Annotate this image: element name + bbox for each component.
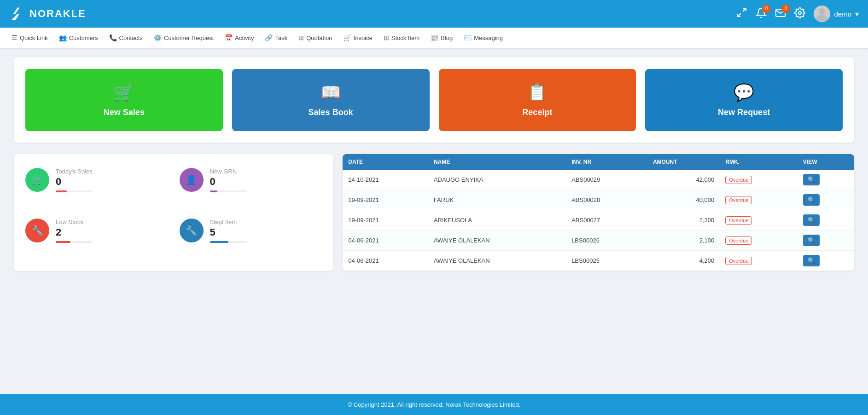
cell-amount-3: 2,100 bbox=[647, 231, 720, 251]
nav-label-invoice: Invoice bbox=[354, 35, 373, 41]
stat-label-new-grn: New GRN bbox=[210, 168, 322, 175]
nav-icon-quick-link: ☰ bbox=[12, 34, 17, 41]
cell-view-0[interactable]: 🔍 bbox=[798, 170, 854, 190]
nav-icon-customers: 👥 bbox=[59, 34, 67, 41]
overdue-badge-3: Overdue bbox=[725, 236, 752, 245]
table-row: 19-09-2021 FARUK ABS00028 40,000 Overdue… bbox=[343, 190, 854, 210]
nav-label-customers: Customers bbox=[69, 35, 98, 41]
nav-label-messaging: Messaging bbox=[474, 35, 503, 41]
stat-info-low-stock: Low Stock 2 bbox=[56, 219, 168, 243]
table-col-view: VIEW bbox=[798, 154, 854, 170]
nav-icon-activity: 📅 bbox=[225, 34, 233, 41]
cell-remark-1: Overdue bbox=[720, 190, 798, 210]
footer-text: © Copyright 2021. All right reserved. No… bbox=[348, 401, 521, 408]
stat-value-low-stock: 2 bbox=[56, 226, 168, 238]
stat-bar-new-grn bbox=[210, 190, 217, 192]
nav-icon-customer-request: ⚙️ bbox=[154, 34, 162, 41]
svg-point-3 bbox=[798, 12, 801, 14]
stat-icon-slept-item: 🔧 bbox=[186, 225, 197, 236]
nav-label-stock-item: Stock Item bbox=[391, 35, 419, 41]
stat-bar-todays-sales bbox=[56, 190, 67, 192]
overdue-badge-2: Overdue bbox=[725, 216, 752, 225]
cell-view-4[interactable]: 🔍 bbox=[798, 251, 854, 271]
overdue-badge-4: Overdue bbox=[725, 257, 752, 265]
nav-item-quotation[interactable]: ⊞Quotation bbox=[294, 31, 337, 44]
header: NORAKLE 0 0 bbox=[0, 0, 868, 28]
expand-icon[interactable] bbox=[736, 7, 747, 21]
cell-view-3[interactable]: 🔍 bbox=[798, 231, 854, 251]
view-button-2[interactable]: 🔍 bbox=[803, 214, 820, 226]
table-row: 14-10-2021 ADAUGO ENYIKA ABS00029 42,000… bbox=[343, 170, 854, 190]
nav-icon-blog: 📰 bbox=[431, 34, 438, 41]
table-col-date: DATE bbox=[343, 154, 428, 170]
stat-bar-low-stock bbox=[56, 241, 70, 243]
stat-info-slept-item: Slept Item 5 bbox=[210, 219, 322, 243]
nav-item-messaging[interactable]: ✉️Messaging bbox=[459, 31, 507, 44]
stat-info-new-grn: New GRN 0 bbox=[210, 168, 322, 192]
stat-item-slept-item: 🔧 Slept Item 5 bbox=[180, 219, 322, 258]
cell-remark-2: Overdue bbox=[720, 210, 798, 231]
footer: © Copyright 2021. All right reserved. No… bbox=[0, 394, 868, 415]
cell-view-2[interactable]: 🔍 bbox=[798, 210, 854, 231]
view-button-0[interactable]: 🔍 bbox=[803, 174, 820, 185]
logo[interactable]: NORAKLE bbox=[9, 6, 86, 22]
nav-item-quick-link[interactable]: ☰Quick Link bbox=[7, 31, 52, 44]
table-row: 04-06-2021 AWAIYE OLALEKAN LBS00025 4,20… bbox=[343, 251, 854, 271]
card-label-new-request: New Request bbox=[718, 108, 770, 117]
nav-icon-contacts: 📞 bbox=[109, 34, 117, 41]
table-col-amount: AMOUNT bbox=[647, 154, 720, 170]
cell-remark-0: Overdue bbox=[720, 170, 798, 190]
view-button-1[interactable]: 🔍 bbox=[803, 194, 820, 206]
user-name: demo bbox=[834, 10, 851, 18]
card-icon-new-request: 💬 bbox=[734, 83, 754, 102]
logo-text: NORAKLE bbox=[29, 8, 86, 20]
stat-circle-low-stock: 🔧 bbox=[25, 219, 49, 242]
stat-bar-container-slept-item bbox=[210, 241, 247, 243]
settings-icon[interactable] bbox=[794, 7, 805, 21]
cell-inv-1: ABS00028 bbox=[566, 190, 647, 210]
user-menu[interactable]: demo ▾ bbox=[814, 6, 859, 22]
cell-date-2: 19-09-2021 bbox=[343, 210, 428, 231]
quick-card-sales-book[interactable]: 📖 Sales Book bbox=[232, 69, 430, 131]
stats-panel: 🛒 Today's Sales 0 👤 New GRN 0 🔧 Low Stoc… bbox=[14, 154, 333, 271]
nav-item-task[interactable]: 🔗Task bbox=[260, 31, 292, 44]
stat-icon-new-grn: 👤 bbox=[186, 174, 197, 185]
quick-card-new-sales[interactable]: 🛒 New Sales bbox=[25, 69, 223, 131]
nav-label-blog: Blog bbox=[441, 35, 453, 41]
nav-item-invoice[interactable]: 🛒Invoice bbox=[339, 31, 377, 44]
nav-label-quick-link: Quick Link bbox=[20, 35, 48, 41]
table-header-row: DATENAMEINV. NRAMOUNTRMK.VIEW bbox=[343, 154, 854, 170]
nav-item-stock-item[interactable]: ⊞Stock Item bbox=[379, 31, 424, 44]
cell-name-1: FARUK bbox=[428, 190, 566, 210]
card-label-sales-book: Sales Book bbox=[309, 108, 353, 117]
navbar: ☰Quick Link👥Customers📞Contacts⚙️Customer… bbox=[0, 28, 868, 48]
stat-circle-slept-item: 🔧 bbox=[180, 219, 204, 242]
stat-value-new-grn: 0 bbox=[210, 176, 322, 188]
card-label-new-sales: New Sales bbox=[104, 108, 145, 117]
view-button-3[interactable]: 🔍 bbox=[803, 235, 820, 246]
cell-view-1[interactable]: 🔍 bbox=[798, 190, 854, 210]
quick-card-receipt[interactable]: 📋 Receipt bbox=[439, 69, 636, 131]
nav-icon-messaging: ✉️ bbox=[464, 34, 472, 41]
svg-point-4 bbox=[819, 8, 825, 15]
notifications-icon[interactable]: 0 bbox=[756, 7, 767, 21]
invoices-table: DATENAMEINV. NRAMOUNTRMK.VIEW 14-10-2021… bbox=[343, 154, 854, 271]
nav-icon-invoice: 🛒 bbox=[344, 34, 351, 41]
cell-name-2: ARIKEUSOLA bbox=[428, 210, 566, 231]
overdue-badge-0: Overdue bbox=[725, 176, 752, 184]
nav-item-customer-request[interactable]: ⚙️Customer Request bbox=[149, 31, 218, 44]
card-icon-new-sales: 🛒 bbox=[114, 83, 134, 102]
cell-date-1: 19-09-2021 bbox=[343, 190, 428, 210]
nav-item-customers[interactable]: 👥Customers bbox=[54, 31, 103, 44]
table-header: DATENAMEINV. NRAMOUNTRMK.VIEW bbox=[343, 154, 854, 170]
nav-item-contacts[interactable]: 📞Contacts bbox=[105, 31, 147, 44]
view-button-4[interactable]: 🔍 bbox=[803, 255, 820, 266]
nav-item-blog[interactable]: 📰Blog bbox=[426, 31, 457, 44]
quick-card-new-request[interactable]: 💬 New Request bbox=[645, 69, 843, 131]
messages-icon[interactable]: 0 bbox=[775, 7, 786, 21]
nav-icon-stock-item: ⊞ bbox=[384, 34, 389, 41]
nav-item-activity[interactable]: 📅Activity bbox=[220, 31, 258, 44]
cell-amount-0: 42,000 bbox=[647, 170, 720, 190]
cell-amount-4: 4,200 bbox=[647, 251, 720, 271]
stat-item-low-stock: 🔧 Low Stock 2 bbox=[25, 219, 168, 258]
